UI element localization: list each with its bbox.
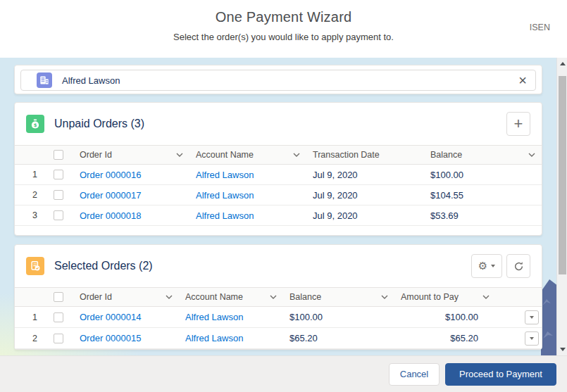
gear-icon: ⚙ bbox=[478, 260, 487, 272]
sort-chevron-icon[interactable] bbox=[270, 295, 277, 299]
sort-chevron-icon[interactable] bbox=[293, 153, 300, 157]
settings-gear-button[interactable]: ⚙ bbox=[471, 254, 502, 278]
page-title: One Payment Wizard bbox=[0, 0, 567, 25]
svg-text:$: $ bbox=[34, 122, 37, 128]
row-actions-dropdown-button[interactable] bbox=[525, 331, 539, 346]
clear-selection-icon[interactable]: × bbox=[518, 71, 527, 89]
amount-to-pay-value: $65.20 bbox=[392, 333, 494, 343]
selected-orders-card: Selected Orders (2) ⚙ Order Id bbox=[14, 244, 542, 350]
table-row: 2 Order 0000015 Alfred Lawson $65.20 $65… bbox=[15, 328, 542, 349]
corner-label: ISEN bbox=[530, 23, 550, 32]
orders-document-icon bbox=[26, 257, 44, 275]
account-icon bbox=[37, 72, 52, 88]
sort-chevron-icon[interactable] bbox=[482, 295, 490, 299]
row-checkbox[interactable] bbox=[54, 190, 63, 200]
bird-decoration bbox=[542, 299, 551, 305]
balance-value: $104.55 bbox=[422, 190, 522, 201]
account-link[interactable]: Alfred Lawson bbox=[185, 312, 243, 322]
scrollbar-thumb[interactable] bbox=[559, 76, 566, 274]
balance-value: $100.00 bbox=[281, 312, 392, 322]
column-amount-to-pay[interactable]: Amount to Pay bbox=[401, 292, 459, 302]
cancel-button[interactable]: Cancel bbox=[389, 363, 440, 386]
account-link[interactable]: Alfred Lawson bbox=[196, 190, 254, 201]
order-link[interactable]: Order 0000016 bbox=[80, 170, 141, 180]
table-row: 2 Order 0000017 Alfred Lawson Jul 9, 202… bbox=[15, 185, 542, 206]
sort-chevron-icon[interactable] bbox=[381, 295, 388, 299]
transaction-date: Jul 9, 2020 bbox=[304, 210, 422, 221]
balance-value: $65.20 bbox=[281, 333, 392, 343]
vertical-scrollbar[interactable] bbox=[556, 58, 567, 355]
row-checkbox[interactable] bbox=[54, 334, 63, 343]
background-blue-shape bbox=[541, 279, 556, 355]
column-order-id[interactable]: Order Id bbox=[80, 150, 112, 160]
transaction-date: Jul 9, 2020 bbox=[304, 190, 422, 201]
wizard-footer: Cancel Proceed to Payment bbox=[0, 355, 567, 392]
row-checkbox[interactable] bbox=[54, 170, 63, 179]
selected-orders-title: Selected Orders (2) bbox=[54, 260, 153, 272]
account-link[interactable]: Alfred Lawson bbox=[196, 210, 254, 221]
add-order-button[interactable]: + bbox=[506, 112, 530, 136]
refresh-icon bbox=[513, 261, 524, 272]
unpaid-orders-header: $ Unpaid Orders (3) + bbox=[15, 103, 542, 145]
column-account-name[interactable]: Account Name bbox=[185, 292, 243, 302]
table-row: 1 Order 0000016 Alfred Lawson Jul 9, 202… bbox=[15, 165, 542, 185]
select-all-checkbox[interactable] bbox=[54, 292, 63, 302]
sort-chevron-icon[interactable] bbox=[522, 153, 542, 157]
column-account-name[interactable]: Account Name bbox=[196, 150, 254, 160]
page-subtitle: Select the order(s) you would like to ap… bbox=[0, 32, 567, 42]
chevron-down-icon bbox=[530, 316, 534, 319]
column-balance[interactable]: Balance bbox=[289, 292, 321, 302]
order-link[interactable]: Order 0000018 bbox=[80, 210, 141, 221]
scroll-down-arrow[interactable] bbox=[557, 344, 567, 355]
table-row: 1 Order 0000014 Alfred Lawson $100.00 $1… bbox=[15, 307, 542, 328]
column-transaction-date[interactable]: Transaction Date bbox=[313, 150, 380, 160]
account-lookup-card: Alfred Lawson × bbox=[14, 65, 542, 94]
unpaid-orders-card: $ Unpaid Orders (3) + Order Id Account N… bbox=[14, 102, 542, 236]
sort-chevron-icon[interactable] bbox=[166, 295, 173, 299]
column-order-id[interactable]: Order Id bbox=[80, 292, 112, 302]
row-checkbox[interactable] bbox=[54, 210, 63, 220]
order-link[interactable]: Order 0000017 bbox=[80, 190, 141, 201]
order-link[interactable]: Order 0000014 bbox=[80, 312, 141, 322]
unpaid-table-header: Order Id Account Name Transaction Date B… bbox=[15, 145, 542, 165]
amount-to-pay-value: $100.00 bbox=[392, 312, 494, 322]
wizard-header: One Payment Wizard Select the order(s) y… bbox=[0, 0, 567, 58]
sort-chevron-icon[interactable] bbox=[176, 153, 183, 157]
order-link[interactable]: Order 0000015 bbox=[80, 333, 141, 343]
row-checkbox[interactable] bbox=[54, 312, 63, 322]
balance-value: $100.00 bbox=[422, 170, 522, 180]
selected-table-header: Order Id Account Name Balance Amount to … bbox=[15, 287, 542, 307]
unpaid-orders-title: Unpaid Orders (3) bbox=[54, 118, 144, 130]
balance-value: $53.69 bbox=[422, 210, 522, 221]
money-bag-icon: $ bbox=[26, 115, 44, 133]
account-lookup-input[interactable]: Alfred Lawson × bbox=[20, 70, 536, 91]
selected-orders-header: Selected Orders (2) ⚙ bbox=[15, 245, 542, 287]
scroll-up-arrow[interactable] bbox=[557, 58, 567, 69]
account-link[interactable]: Alfred Lawson bbox=[196, 170, 254, 180]
proceed-to-payment-button[interactable]: Proceed to Payment bbox=[445, 363, 556, 386]
bird-decoration bbox=[543, 331, 553, 339]
wizard-body: Alfred Lawson × $ Unpaid Orders (3) + Or… bbox=[0, 58, 567, 355]
chevron-down-icon bbox=[491, 265, 495, 267]
select-all-checkbox[interactable] bbox=[54, 150, 63, 160]
selected-account-name: Alfred Lawson bbox=[62, 75, 120, 86]
chevron-down-icon bbox=[530, 337, 534, 340]
table-row: 3 Order 0000018 Alfred Lawson Jul 9, 202… bbox=[15, 206, 542, 226]
column-balance[interactable]: Balance bbox=[430, 150, 462, 160]
refresh-button[interactable] bbox=[506, 254, 530, 278]
account-link[interactable]: Alfred Lawson bbox=[185, 333, 243, 343]
row-actions-dropdown-button[interactable] bbox=[525, 310, 539, 324]
transaction-date: Jul 9, 2020 bbox=[304, 170, 422, 180]
